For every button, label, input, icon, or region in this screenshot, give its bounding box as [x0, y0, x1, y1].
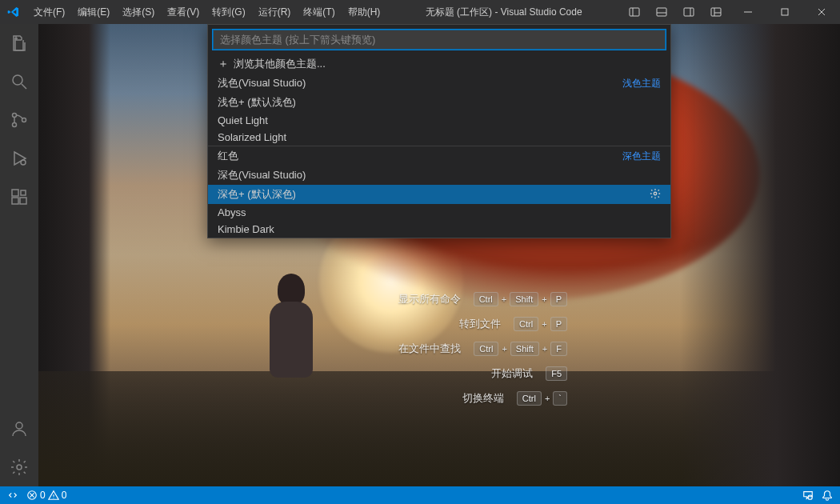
shortcut-row: 开始调试F5 — [311, 366, 567, 381]
theme-item[interactable]: Abyss — [208, 204, 670, 221]
theme-label: Quiet Light — [218, 114, 268, 126]
key: Shift — [510, 342, 539, 356]
theme-item[interactable]: Solarized Light — [208, 129, 670, 146]
svg-rect-20 — [12, 198, 18, 204]
theme-item[interactable]: 深色(Visual Studio) — [208, 166, 670, 185]
extensions-icon[interactable] — [0, 178, 38, 216]
settings-gear-icon[interactable] — [0, 448, 38, 486]
shortcut-label: 在文件中查找 — [398, 342, 461, 356]
problems-indicator[interactable]: 0 0 — [22, 486, 70, 504]
browse-themes-item[interactable]: ＋ 浏览其他颜色主题... — [208, 54, 670, 74]
theme-label: Abyss — [218, 206, 246, 218]
notifications-icon[interactable] — [818, 486, 837, 504]
shortcut-label: 开始调试 — [491, 366, 533, 381]
feedback-icon[interactable] — [798, 486, 818, 504]
layout-panel-right-icon[interactable] — [675, 0, 702, 24]
svg-point-18 — [21, 160, 26, 165]
error-count: 0 — [40, 490, 46, 501]
gear-icon[interactable] — [650, 188, 661, 202]
shortcut-label: 转到文件 — [459, 317, 501, 331]
key: F5 — [546, 366, 567, 381]
shortcut-keys: Ctrl+P — [514, 317, 567, 331]
theme-label: Solarized Light — [218, 131, 286, 143]
theme-item[interactable]: Quiet Light — [208, 112, 670, 129]
theme-category-badge: 浅色主题 — [622, 77, 661, 90]
key: ` — [553, 391, 567, 406]
svg-rect-4 — [684, 8, 694, 16]
shortcut-row: 显示所有命令Ctrl+Shift+P — [311, 292, 567, 306]
plus-icon: ＋ — [218, 57, 229, 71]
theme-list: ＋ 浏览其他颜色主题... 浅色(Visual Studio)浅色主题浅色+ (… — [208, 54, 670, 238]
menu-bar: 文件(F)编辑(E)选择(S)查看(V)转到(G)运行(R)终端(T)帮助(H) — [27, 0, 386, 24]
window-title: 无标题 (工作区) - Visual Studio Code — [386, 6, 621, 19]
svg-rect-2 — [657, 8, 666, 16]
main-area: 显示所有命令Ctrl+Shift+P转到文件Ctrl+P在文件中查找Ctrl+S… — [0, 24, 840, 486]
theme-item[interactable]: 红色深色主题 — [208, 146, 670, 166]
source-control-icon[interactable] — [0, 101, 38, 139]
svg-rect-6 — [711, 8, 721, 16]
menu-item[interactable]: 终端(T) — [297, 0, 341, 24]
window-minimize-button[interactable] — [730, 0, 766, 24]
key: Ctrl — [517, 391, 542, 406]
theme-item[interactable]: 浅色+ (默认浅色) — [208, 93, 670, 112]
key: Ctrl — [474, 292, 498, 306]
remote-indicator[interactable] — [3, 486, 22, 504]
svg-point-13 — [13, 75, 22, 85]
title-bar: 文件(F)编辑(E)选择(S)查看(V)转到(G)运行(R)终端(T)帮助(H)… — [0, 0, 840, 24]
menu-item[interactable]: 文件(F) — [27, 0, 71, 24]
theme-label: 红色 — [218, 149, 238, 163]
shortcut-row: 切换终端Ctrl+` — [311, 391, 567, 406]
theme-label: 浅色+ (默认浅色) — [218, 95, 296, 110]
layout-customize-icon[interactable] — [702, 0, 730, 24]
editor-area: 显示所有命令Ctrl+Shift+P转到文件Ctrl+P在文件中查找Ctrl+S… — [38, 24, 840, 486]
shortcut-label: 显示所有命令 — [398, 292, 461, 306]
theme-item[interactable]: 浅色(Visual Studio)浅色主题 — [208, 74, 670, 93]
explorer-icon[interactable] — [0, 24, 38, 62]
svg-point-24 — [17, 465, 22, 470]
welcome-shortcuts: 显示所有命令Ctrl+Shift+P转到文件Ctrl+P在文件中查找Ctrl+S… — [311, 292, 567, 416]
svg-rect-22 — [21, 190, 26, 195]
layout-panel-bottom-icon[interactable] — [648, 0, 675, 24]
theme-item[interactable]: 深色+ (默认深色) — [208, 185, 670, 204]
key: Shift — [510, 292, 538, 306]
menu-item[interactable]: 查看(V) — [161, 0, 206, 24]
svg-point-15 — [13, 114, 17, 118]
theme-label: 深色+ (默认深色) — [218, 187, 296, 202]
menu-item[interactable]: 转到(G) — [206, 0, 251, 24]
vscode-icon — [0, 6, 27, 18]
svg-rect-10 — [782, 9, 788, 15]
activity-bar — [0, 24, 38, 486]
layout-panel-left-icon[interactable] — [621, 0, 648, 24]
key: Ctrl — [474, 342, 498, 356]
svg-line-14 — [22, 84, 26, 89]
theme-label: 浅色(Visual Studio) — [218, 76, 306, 90]
search-icon[interactable] — [0, 62, 38, 101]
key: P — [550, 317, 567, 331]
menu-item[interactable]: 运行(R) — [252, 0, 298, 24]
key: Ctrl — [514, 317, 538, 331]
menu-item[interactable]: 编辑(E) — [71, 0, 116, 24]
theme-label: 深色(Visual Studio) — [218, 168, 306, 182]
svg-point-25 — [654, 192, 657, 195]
accounts-icon[interactable] — [0, 410, 38, 448]
window-close-button[interactable] — [803, 0, 840, 24]
menu-item[interactable]: 帮助(H) — [342, 0, 387, 24]
shortcut-keys: Ctrl+Shift+P — [474, 292, 567, 306]
window-maximize-button[interactable] — [766, 0, 803, 24]
svg-rect-19 — [12, 190, 18, 196]
key: F — [550, 342, 567, 356]
run-debug-icon[interactable] — [0, 139, 38, 178]
browse-label: 浏览其他颜色主题... — [234, 57, 326, 71]
svg-rect-21 — [20, 198, 26, 204]
theme-item[interactable]: Kimbie Dark — [208, 221, 670, 238]
quick-picker: ＋ 浏览其他颜色主题... 浅色(Visual Studio)浅色主题浅色+ (… — [207, 24, 671, 238]
theme-search-input[interactable] — [213, 30, 666, 50]
shortcut-keys: Ctrl+` — [517, 391, 567, 406]
svg-rect-0 — [630, 8, 639, 16]
key: P — [550, 292, 567, 306]
menu-item[interactable]: 选择(S) — [116, 0, 161, 24]
shortcut-row: 在文件中查找Ctrl+Shift+F — [311, 342, 567, 356]
warning-count: 0 — [62, 490, 67, 501]
shortcut-keys: Ctrl+Shift+F — [474, 342, 567, 356]
shortcut-keys: F5 — [546, 366, 567, 381]
